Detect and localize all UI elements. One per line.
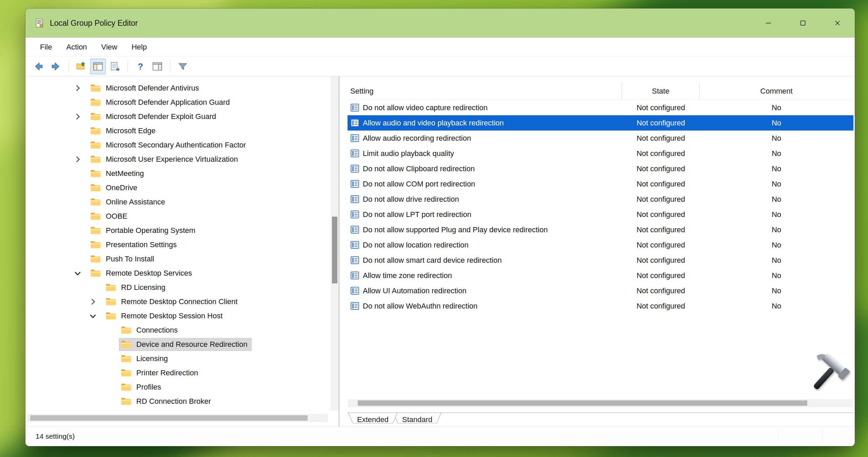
setting-row-limit-audio-playback-quality[interactable]: Limit audio playback qualityNot configur…: [348, 146, 853, 161]
tree-item-microsoft-secondary-authentication-factor[interactable]: Microsoft Secondary Authentication Facto…: [25, 138, 330, 152]
chevron-right-icon[interactable]: [73, 154, 88, 164]
setting-row-allow-audio-recording-redirection[interactable]: Allow audio recording redirectionNot con…: [348, 131, 853, 146]
tree-item-microsoft-edge[interactable]: Microsoft Edge: [25, 124, 330, 138]
column-header-comment[interactable]: Comment: [700, 82, 853, 100]
list-empty-area: [348, 314, 853, 399]
tree-item-netmeeting[interactable]: NetMeeting: [25, 166, 330, 181]
scrollbar-thumb[interactable]: [358, 400, 807, 406]
tree-item-remote-desktop-connection-client[interactable]: Remote Desktop Connection Client: [25, 295, 330, 309]
menu-view[interactable]: View: [94, 43, 124, 52]
setting-cell: Limit audio playback quality: [348, 149, 622, 158]
folder-icon: [120, 339, 132, 350]
show-action-pane-button[interactable]: [150, 59, 165, 74]
chevron-down-icon[interactable]: [73, 268, 88, 278]
tree-item-profiles[interactable]: Profiles: [25, 380, 330, 394]
setting-row-allow-ui-automation-redirection[interactable]: Allow UI Automation redirectionNot confi…: [348, 283, 853, 298]
tree-item-remote-desktop-services[interactable]: Remote Desktop Services: [25, 266, 330, 280]
chevron-spacer: [103, 325, 119, 335]
tree-item-licensing[interactable]: Licensing: [25, 352, 330, 366]
tree-item-online-assistance[interactable]: Online Assistance: [25, 195, 330, 209]
setting-name: Allow time zone redirection: [363, 271, 452, 280]
tree-item-presentation-settings[interactable]: Presentation Settings: [25, 238, 330, 252]
setting-row-allow-audio-and-video-playback-redirection[interactable]: Allow audio and video playback redirecti…: [348, 115, 853, 131]
tree-item-label: RD Connection Broker: [136, 397, 211, 406]
comment-cell: No: [700, 149, 853, 158]
filter-button[interactable]: [175, 59, 191, 74]
tree-item-device-and-resource-redirection[interactable]: Device and Resource Redirection: [25, 337, 330, 352]
tree-item-highlight: RD Connection Broker: [119, 395, 215, 408]
list-horizontal-scrollbar[interactable]: [348, 399, 853, 407]
tree-item-remote-desktop-session-host[interactable]: Remote Desktop Session Host: [25, 309, 330, 323]
tree-item-microsoft-user-experience-virtualization[interactable]: Microsoft User Experience Virtualization: [25, 152, 330, 166]
setting-row-do-not-allow-video-capture-redirection[interactable]: Do not allow video capture redirectionNo…: [348, 100, 853, 115]
help-button[interactable]: ?: [133, 59, 148, 74]
state-cell: Not configured: [622, 195, 700, 204]
minimize-icon: [765, 19, 772, 27]
forward-button[interactable]: [48, 59, 63, 74]
status-bar: 14 setting(s): [25, 426, 855, 446]
tree-item-microsoft-defender-antivirus[interactable]: Microsoft Defender Antivirus: [25, 81, 330, 95]
tree-item-connections[interactable]: Connections: [25, 323, 330, 337]
setting-row-do-not-allow-lpt-port-redirection[interactable]: Do not allow LPT port redirectionNot con…: [348, 207, 853, 222]
tree-item-rd-licensing[interactable]: RD Licensing: [25, 280, 330, 295]
setting-name: Limit audio playback quality: [363, 149, 454, 158]
chevron-right-icon[interactable]: [88, 297, 104, 307]
setting-row-do-not-allow-supported-plug-and-play-device-redirection[interactable]: Do not allow supported Plug and Play dev…: [348, 222, 853, 237]
tree-item-highlight: OOBE: [88, 210, 132, 223]
chevron-down-icon[interactable]: [88, 311, 104, 321]
tree-item-microsoft-defender-application-guard[interactable]: Microsoft Defender Application Guard: [25, 95, 330, 110]
tree-item-oobe[interactable]: OOBE: [25, 209, 330, 223]
export-list-button[interactable]: [107, 59, 123, 74]
setting-row-do-not-allow-smart-card-device-redirection[interactable]: Do not allow smart card device redirecti…: [348, 253, 853, 268]
title-bar[interactable]: Local Group Policy Editor: [25, 8, 855, 38]
tab-extended[interactable]: Extended: [348, 413, 397, 426]
toolbar-separator: [127, 61, 128, 72]
scrollbar-thumb[interactable]: [332, 217, 337, 283]
minimize-button[interactable]: [751, 8, 786, 38]
scrollbar-thumb[interactable]: [30, 415, 308, 421]
comment-cell: No: [700, 164, 853, 173]
setting-row-allow-time-zone-redirection[interactable]: Allow time zone redirectionNot configure…: [348, 268, 853, 283]
list-header: SettingStateComment: [348, 82, 853, 100]
tree-item-microsoft-defender-exploit-guard[interactable]: Microsoft Defender Exploit Guard: [25, 110, 330, 124]
menu-file[interactable]: File: [33, 43, 59, 52]
tree-horizontal-scrollbar[interactable]: [27, 414, 328, 422]
tree-item-onedrive[interactable]: OneDrive: [25, 181, 330, 195]
chevron-right-icon[interactable]: [73, 112, 88, 122]
policy-icon: [350, 195, 359, 204]
show-console-tree-button[interactable]: [90, 59, 106, 74]
policy-icon: [350, 301, 359, 311]
setting-row-do-not-allow-location-redirection[interactable]: Do not allow location redirectionNot con…: [348, 237, 853, 253]
menu-help[interactable]: Help: [124, 43, 154, 52]
caption-buttons: [751, 8, 855, 38]
tree-item-rd-connection-broker[interactable]: RD Connection Broker: [25, 394, 330, 409]
menu-action[interactable]: Action: [59, 43, 94, 52]
chevron-right-icon[interactable]: [73, 83, 88, 93]
up-one-level-button[interactable]: [73, 59, 89, 74]
setting-name: Allow audio and video playback redirecti…: [363, 119, 504, 127]
tree-item-portable-operating-system[interactable]: Portable Operating System: [25, 223, 330, 238]
tree-item-label: Remote Desktop Session Host: [121, 312, 223, 320]
setting-row-do-not-allow-webauthn-redirection[interactable]: Do not allow WebAuthn redirectionNot con…: [348, 298, 853, 314]
maximize-button[interactable]: [786, 8, 820, 38]
folder-icon: [120, 381, 132, 393]
folder-icon: [105, 310, 117, 322]
chevron-spacer: [103, 368, 119, 378]
tree-item-printer-redirection[interactable]: Printer Redirection: [25, 366, 330, 380]
tree-item-push-to-install[interactable]: Push To Install: [25, 252, 330, 266]
column-header-setting[interactable]: Setting: [348, 82, 622, 100]
setting-row-do-not-allow-drive-redirection[interactable]: Do not allow drive redirectionNot config…: [348, 192, 853, 207]
close-button[interactable]: [820, 8, 855, 38]
tab-standard[interactable]: Standard: [393, 413, 441, 426]
folder-icon: [105, 282, 117, 293]
setting-row-do-not-allow-clipboard-redirection[interactable]: Do not allow Clipboard redirectionNot co…: [348, 161, 853, 176]
folder-icon: [120, 324, 132, 336]
back-button[interactable]: [31, 59, 46, 74]
column-header-state[interactable]: State: [622, 82, 700, 100]
policy-icon: [350, 286, 359, 295]
setting-row-do-not-allow-com-port-redirection[interactable]: Do not allow COM port redirectionNot con…: [348, 176, 853, 192]
chevron-spacer: [103, 354, 119, 364]
tree-item-highlight: Remote Desktop Session Host: [104, 310, 227, 322]
tree-vertical-scrollbar[interactable]: [331, 76, 339, 411]
app-icon: [34, 18, 45, 28]
